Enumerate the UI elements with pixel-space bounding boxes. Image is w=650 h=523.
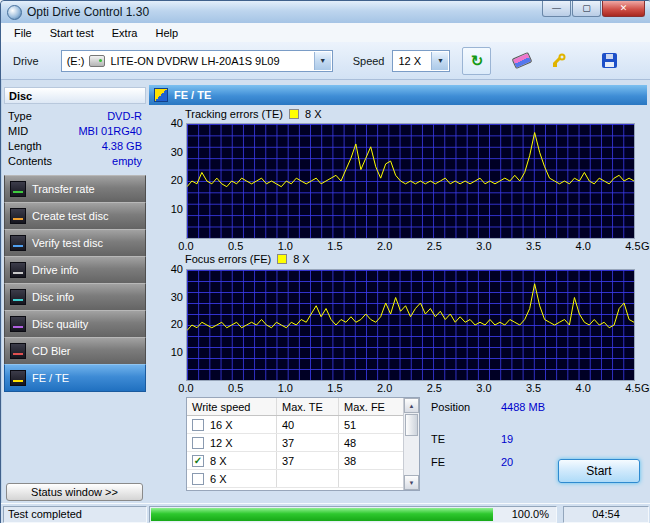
sidebar-item-drive-info[interactable]: Drive info (4, 256, 146, 284)
scroll-up-icon[interactable]: ▲ (404, 398, 419, 413)
col-max-te: Max. TE (277, 398, 339, 415)
table-scrollbar[interactable]: ▲ ▼ (403, 398, 419, 490)
disc-info-row: Length 4.38 GB (6, 139, 144, 154)
x-tick-label: 4.0 (574, 240, 592, 252)
disc-info-row: Contents empty (6, 154, 144, 169)
fe-x-unit: GB (640, 382, 650, 394)
erase-disc-button[interactable] (507, 47, 536, 75)
toolbar-actions (507, 47, 624, 75)
max-te-value: 40 (277, 416, 339, 433)
sidebar-item-create-test-disc[interactable]: Create test disc (4, 202, 146, 230)
disc-quality-icon (10, 316, 26, 332)
disc-type-label: Type (8, 110, 32, 123)
fe-series-speed: 8 X (293, 253, 310, 265)
max-te-value: 37 (277, 434, 339, 451)
fe-chart-line (187, 270, 634, 380)
sidebar-item-label: Transfer rate (32, 183, 95, 195)
sidebar-item-disc-info[interactable]: Disc info (4, 283, 146, 311)
refresh-drives-button[interactable]: ↻ (462, 47, 491, 75)
x-tick-label: 1.0 (276, 240, 294, 252)
max-te-value (277, 470, 339, 487)
disc-info-row: MID MBI 01RG40 (6, 124, 144, 139)
x-tick-label: 3.0 (475, 240, 493, 252)
elapsed-time: 04:54 (592, 508, 620, 520)
status-text-panel: Test completed (3, 506, 147, 523)
y-tick-label: 30 (153, 146, 183, 158)
y-tick-label: 20 (153, 174, 183, 186)
disc-contents-value: empty (112, 155, 142, 168)
fe-result-label: FE (431, 456, 501, 468)
fe-y-axis: 40302010 (153, 269, 183, 379)
position-label: Position (431, 401, 501, 413)
sidebar-item-disc-quality[interactable]: Disc quality (4, 310, 146, 338)
drive-select[interactable]: (E:) LITE-ON DVDRW LH-20A1S 9L09 ▼ (61, 50, 333, 72)
drive-name: LITE-ON DVDRW LH-20A1S 9L09 (110, 55, 279, 67)
sidebar-item-label: Create test disc (32, 210, 108, 222)
fe-chart (186, 269, 635, 381)
start-button[interactable]: Start (558, 459, 640, 483)
registration-button[interactable] (544, 47, 573, 75)
drive-label: Drive (13, 55, 39, 67)
refresh-icon: ↻ (471, 53, 484, 68)
te-chart-title: Tracking errors (TE) (185, 108, 283, 120)
scrollbar-thumb[interactable] (405, 414, 418, 436)
fe-series-swatch (277, 254, 287, 264)
te-y-axis: 40302010 (153, 123, 183, 237)
progress-bar (151, 508, 493, 521)
scroll-down-icon[interactable]: ▼ (404, 475, 419, 490)
sidebar-item-cd-bler[interactable]: CD Bler (4, 337, 146, 365)
y-tick-label: 10 (153, 203, 183, 215)
fe-chart-title: Focus errors (FE) (185, 253, 271, 265)
write-speed-table-body: 16 X405112 X3748✓8 X37386 X (187, 416, 419, 488)
speed-checkbox[interactable] (192, 437, 204, 449)
y-tick-label: 10 (153, 346, 183, 358)
status-bar: Test completed 100.0% 04:54 (1, 503, 650, 523)
save-icon (602, 53, 617, 68)
table-row: 6 X (187, 470, 419, 488)
window-title: Opti Drive Control 1.30 (27, 5, 149, 19)
menu-start-test[interactable]: Start test (41, 25, 103, 41)
minimize-button[interactable]: — (542, 1, 571, 17)
drive-select-arrow-icon[interactable]: ▼ (314, 52, 331, 70)
te-result-label: TE (431, 433, 501, 445)
disc-info-icon (10, 289, 26, 305)
table-row: 12 X3748 (187, 434, 419, 452)
close-button[interactable]: ✕ (602, 1, 645, 17)
y-tick-label: 30 (153, 291, 183, 303)
speed-option-label: 6 X (210, 473, 227, 485)
maximize-button[interactable]: ▢ (572, 1, 601, 17)
status-window-button[interactable]: Status window >> (6, 483, 143, 501)
speed-select[interactable]: 12 X ▼ (392, 50, 450, 72)
speed-option-label: 12 X (210, 437, 233, 449)
speed-checkbox[interactable] (192, 419, 204, 431)
sidebar: Disc Type DVD-R MID MBI 01RG40 Length 4.… (4, 81, 146, 502)
speed-select-arrow-icon[interactable]: ▼ (431, 52, 448, 70)
fe-result-row: FE 20 (431, 456, 513, 468)
speed-checkbox[interactable]: ✓ (192, 455, 204, 467)
sidebar-item-transfer-rate[interactable]: Transfer rate (4, 175, 146, 203)
y-tick-label: 20 (153, 318, 183, 330)
speed-label: Speed (353, 55, 385, 67)
x-tick-label: 2.5 (425, 382, 443, 394)
y-tick-label: 40 (153, 117, 183, 129)
x-tick-label: 4.0 (574, 382, 592, 394)
drive-info-icon (10, 262, 26, 278)
sidebar-item-verify-test-disc[interactable]: Verify test disc (4, 229, 146, 257)
speed-option-label: 8 X (210, 455, 227, 467)
te-result-row: TE 19 (431, 433, 513, 445)
position-value: 4488 MB (501, 401, 545, 413)
app-icon (7, 5, 22, 20)
create-test-disc-icon (10, 208, 26, 224)
speed-checkbox[interactable] (192, 473, 204, 485)
x-tick-label: 3.0 (475, 382, 493, 394)
menu-extra[interactable]: Extra (103, 25, 147, 41)
fe-chart-title-row: Focus errors (FE) 8 X (185, 253, 310, 265)
menu-help[interactable]: Help (146, 25, 187, 41)
sidebar-item-label: FE / TE (32, 372, 69, 384)
menu-file[interactable]: File (5, 25, 41, 41)
sidebar-item-label: Drive info (32, 264, 78, 276)
te-series-speed: 8 X (305, 108, 322, 120)
save-results-button[interactable] (595, 47, 624, 75)
app-window: Opti Drive Control 1.30 — ▢ ✕ File Start… (0, 0, 650, 523)
sidebar-item-fe-te[interactable]: FE / TE (4, 364, 146, 392)
